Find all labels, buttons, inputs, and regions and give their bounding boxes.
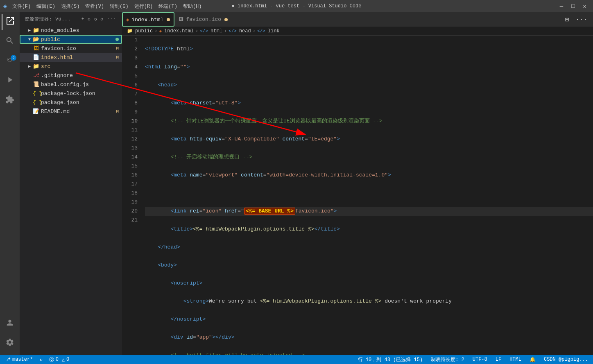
cursor-position[interactable]: 行 10，列 43 (已选择 15) [356, 356, 424, 363]
tree-item-gitignore[interactable]: ⎇ .gitignore [20, 71, 122, 80]
split-editor-icon[interactable]: ⊟ [563, 15, 572, 25]
tab-index-html[interactable]: ◈ index.html [122, 12, 174, 27]
error-icon: ⓪ [49, 356, 54, 363]
menu-terminal[interactable]: 终端(T) [156, 2, 180, 11]
base-url-highlight: <%= BASE_URL %> [244, 208, 295, 215]
breadcrumb-index-html[interactable]: index.html [164, 28, 194, 34]
line-num-9: 9 [122, 108, 138, 117]
maximize-button[interactable]: □ [568, 2, 578, 11]
tree-item-index-html[interactable]: 📄 index.html M [20, 53, 122, 62]
menu-goto[interactable]: 转到(G) [107, 2, 131, 11]
git-branch[interactable]: ⎇ master* [3, 357, 34, 363]
tab-favicon-ico[interactable]: 🖼 favicon.ico [174, 12, 232, 27]
language-mode[interactable]: HTML [508, 357, 523, 362]
tree-item-favicon[interactable]: 🖼 favicon.ico M [20, 44, 122, 53]
more-actions-icon[interactable]: ··· [106, 16, 117, 23]
menu-file[interactable]: 文件(F) [10, 2, 34, 11]
git-branch-icon: ⎇ [5, 357, 11, 363]
tree-item-readme[interactable]: 📝 README.md M [20, 107, 122, 116]
tab-modified-dot [167, 18, 170, 21]
activity-account[interactable] [2, 316, 18, 332]
breadcrumb: 📁 public › ◈ index.html › </> html › </>… [122, 27, 593, 36]
git-file-icon: ⎇ [33, 72, 39, 79]
menu-bar[interactable]: 文件(F) 编辑(E) 选择(S) 查看(V) 转到(G) 运行(R) 终端(T… [10, 2, 204, 11]
csdn-label: CSDN @pigpig... [544, 357, 588, 362]
eol[interactable]: LF [494, 357, 503, 362]
code-line-9 [145, 189, 593, 198]
encoding[interactable]: UTF-8 [471, 357, 489, 362]
breadcrumb-head[interactable]: head [239, 28, 251, 34]
bell-icon: 🔔 [530, 357, 536, 363]
code-line-8: <meta name="viewport" content="width=dev… [145, 171, 593, 180]
activity-source-control[interactable]: 8 [2, 53, 18, 70]
tree-item-src[interactable]: ▶ 📁 src [20, 62, 122, 71]
title-bar-left: ◈ 文件(F) 编辑(E) 选择(S) 查看(V) 转到(G) 运行(R) 终端… [3, 2, 204, 11]
refresh-icon[interactable]: ↻ [93, 16, 98, 23]
title-bar: ◈ 文件(F) 编辑(E) 选择(S) 查看(V) 转到(G) 运行(R) 终端… [0, 0, 593, 12]
index-html-label: index.html [41, 54, 73, 61]
status-bar-left: ⎇ master* ↻ ⓪ 0 △ 0 [3, 356, 71, 363]
errors-warnings[interactable]: ⓪ 0 △ 0 [48, 356, 71, 363]
new-folder-icon[interactable]: ⊕ [87, 16, 92, 23]
readme-label: README.md [41, 109, 70, 115]
favicon-label: favicon.ico [41, 45, 76, 52]
close-button[interactable]: ✕ [580, 2, 590, 11]
activity-explorer[interactable] [2, 14, 18, 30]
line-num-15: 15 [122, 162, 138, 171]
js-file-icon: 📜 [33, 81, 39, 88]
sidebar-title: 资源管理器: VU... [25, 16, 71, 22]
sidebar-header-icons[interactable]: + ⊕ ↻ ⊖ ··· [81, 16, 117, 23]
tree-item-node-modules[interactable]: ▶ 📁 node_modules [20, 26, 122, 35]
tree-item-package-lock[interactable]: { } package-lock.json [20, 89, 122, 98]
code-content[interactable]: <!DOCTYPE html> <html lang=""> <head> <m… [142, 36, 593, 355]
package-lock-label: package-lock.json [41, 90, 95, 97]
menu-run[interactable]: 运行(R) [132, 2, 156, 11]
encoding-label: UTF-8 [473, 357, 487, 362]
public-indicator [115, 38, 119, 41]
breadcrumb-html[interactable]: html [210, 28, 222, 34]
json-file-icon: { } [33, 90, 39, 97]
csdn-info[interactable]: CSDN @pigpig... [542, 357, 590, 362]
breadcrumb-public[interactable]: public [135, 28, 153, 34]
line-num-11: 11 [122, 126, 138, 135]
code-line-7: <!-- 开启移动端的理想视口 --> [145, 153, 593, 162]
tree-item-babel[interactable]: 📜 babel.config.js [20, 80, 122, 89]
code-line-18: <!-- built files will be auto injected -… [145, 351, 593, 355]
minimize-button[interactable]: — [557, 2, 566, 11]
tabs-right-actions[interactable]: ⊟ ··· [563, 12, 593, 27]
status-bar-right: 行 10，列 43 (已选择 15) 制表符长度: 2 UTF-8 LF HTM… [356, 356, 590, 363]
activity-settings[interactable] [2, 335, 18, 352]
tab-size[interactable]: 制表符长度: 2 [429, 356, 466, 363]
menu-select[interactable]: 选择(S) [59, 2, 82, 11]
sidebar-header: 资源管理器: VU... + ⊕ ↻ ⊖ ··· [20, 12, 122, 26]
arrow-icon: ▶ [26, 64, 33, 69]
breadcrumb-link[interactable]: link [268, 28, 280, 34]
menu-edit[interactable]: 编辑(E) [34, 2, 58, 11]
activity-run[interactable] [2, 73, 18, 89]
json-file-icon2: { } [33, 99, 39, 106]
activity-search[interactable] [2, 34, 18, 50]
breadcrumb-html-tag-icon: </> [200, 29, 208, 34]
new-file-icon[interactable]: + [81, 16, 86, 23]
node-modules-label: node_modules [41, 27, 79, 34]
more-tabs-icon[interactable]: ··· [573, 15, 590, 24]
code-line-4: <meta charset="utf-8"> [145, 99, 593, 108]
folder-open-icon: 📂 [33, 36, 39, 43]
collapse-all-icon[interactable]: ⊖ [100, 16, 105, 23]
window-controls[interactable]: — □ ✕ [557, 2, 590, 11]
html-file-icon: 📄 [33, 54, 39, 61]
line-num-3: 3 [122, 54, 138, 63]
notification-icon[interactable]: 🔔 [528, 357, 537, 363]
public-folder-label: public [41, 36, 60, 43]
favicon-badge: M [116, 46, 119, 51]
tab-favicon-label: favicon.ico [186, 16, 221, 23]
sync-button[interactable]: ↻ [38, 357, 44, 363]
activity-extensions[interactable] [2, 93, 18, 109]
tree-item-public[interactable]: ▼ 📂 public [20, 35, 122, 44]
md-file-icon: 📝 [33, 108, 39, 115]
menu-help[interactable]: 帮助(H) [181, 2, 204, 11]
tab-index-html-label: index.html [131, 17, 163, 23]
code-editor[interactable]: 1 2 3 4 5 6 7 8 9 10 11 12 13 14 15 16 1… [122, 36, 593, 355]
tree-item-package-json[interactable]: { } package.json [20, 98, 122, 107]
menu-view[interactable]: 查看(V) [83, 2, 106, 11]
